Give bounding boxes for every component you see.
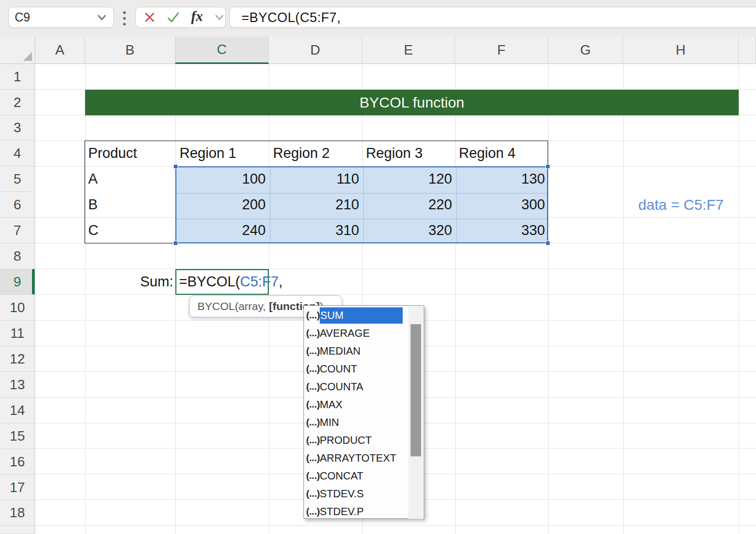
- row-header-6[interactable]: 6: [0, 192, 35, 218]
- cell-c6[interactable]: 200: [176, 192, 266, 218]
- cell-b5-product[interactable]: A: [88, 166, 172, 192]
- cell-c9-formula-text[interactable]: =BYCOL(C5:F7,: [179, 269, 282, 295]
- row-header-16[interactable]: 16: [0, 449, 35, 475]
- cell-f4-region4-header[interactable]: Region 4: [459, 141, 545, 166]
- formula-suffix: ,: [279, 274, 283, 290]
- column-header-partial[interactable]: [739, 37, 756, 64]
- autocomplete-item-sum[interactable]: (...) SUM: [304, 306, 424, 324]
- row-header-2[interactable]: 2: [0, 90, 35, 115]
- row-header-3[interactable]: 3: [0, 115, 35, 141]
- cell-f7[interactable]: 330: [456, 218, 545, 243]
- cell-e4-region3-header[interactable]: Region 3: [366, 141, 453, 166]
- cell-b9-sum-label[interactable]: Sum:: [79, 269, 173, 295]
- autocomplete-item-median[interactable]: (...) MEDIAN: [304, 342, 424, 360]
- autocomplete-item-label: AVERAGE: [320, 327, 370, 339]
- enter-check-icon[interactable]: [167, 12, 180, 23]
- column-header-f[interactable]: F: [455, 37, 548, 64]
- column-header-h[interactable]: H: [623, 37, 739, 64]
- cell-h6-data-note[interactable]: data = C5:F7: [623, 192, 739, 218]
- title-banner-cell[interactable]: BYCOL function: [85, 90, 739, 115]
- gridline-vertical: [739, 64, 739, 534]
- row-header-17[interactable]: 17: [0, 475, 35, 500]
- autocomplete-item-label: COUNTA: [320, 381, 363, 393]
- insert-function-icon[interactable]: fx: [191, 9, 203, 24]
- column-header-c[interactable]: C: [175, 37, 269, 64]
- cell-e6[interactable]: 220: [363, 192, 452, 218]
- autocomplete-item-label: STDEV.S: [320, 488, 364, 500]
- name-box[interactable]: C9: [8, 7, 114, 28]
- cell-b6-product[interactable]: B: [88, 192, 172, 218]
- row-header-18[interactable]: 18: [0, 500, 35, 526]
- range-handle-top-right[interactable]: [545, 164, 550, 169]
- tooltip-prefix: BYCOL(array,: [197, 300, 269, 313]
- autocomplete-item-stdev-s[interactable]: (...) STDEV.S: [304, 485, 424, 503]
- column-header-a[interactable]: A: [35, 37, 85, 64]
- range-handle-bottom-left[interactable]: [173, 241, 178, 245]
- cell-d7[interactable]: 310: [270, 218, 359, 243]
- row-header-1[interactable]: 1: [0, 64, 35, 90]
- cell-b7-product[interactable]: C: [88, 218, 172, 243]
- cell-b4-product-header[interactable]: Product: [88, 141, 172, 166]
- chevron-down-icon[interactable]: [215, 14, 224, 21]
- chevron-down-icon[interactable]: [97, 14, 107, 21]
- function-icon: (...): [306, 506, 320, 517]
- row-header-15[interactable]: 15: [0, 423, 35, 449]
- gridline-vertical: [623, 64, 624, 534]
- formula-toolbar: fx: [135, 7, 226, 28]
- function-icon: (...): [306, 434, 320, 446]
- function-autocomplete-dropdown: (...) SUM (...) AVERAGE (...) MEDIAN (..…: [303, 305, 424, 519]
- column-header-d[interactable]: D: [269, 37, 362, 64]
- autocomplete-item-label: ARRAYTOTEXT: [320, 452, 396, 464]
- autocomplete-item-count[interactable]: (...) COUNT: [304, 360, 424, 378]
- row-header-8[interactable]: 8: [0, 243, 35, 269]
- formula-range-reference: C5:F7: [240, 274, 279, 290]
- column-header-e[interactable]: E: [362, 37, 455, 64]
- cell-c7[interactable]: 240: [176, 218, 266, 243]
- autocomplete-item-average[interactable]: (...) AVERAGE: [304, 324, 424, 342]
- row-header-13[interactable]: 13: [0, 372, 35, 398]
- autocomplete-item-label: COUNT: [320, 363, 357, 375]
- autocomplete-item-arraytotext[interactable]: (...) ARRAYTOTEXT: [304, 449, 424, 467]
- gridline-vertical: [175, 64, 176, 534]
- formula-input[interactable]: =BYCOL(C5:F7,: [229, 7, 756, 28]
- autocomplete-item-stdev-p[interactable]: (...) STDEV.P: [304, 503, 424, 520]
- name-box-value: C9: [15, 10, 30, 25]
- dropdown-scrollbar-track[interactable]: [408, 306, 423, 519]
- autocomplete-item-product[interactable]: (...) PRODUCT: [304, 431, 424, 449]
- cell-c4-region1-header[interactable]: Region 1: [180, 141, 266, 166]
- cell-f6[interactable]: 300: [456, 192, 545, 218]
- cell-d5[interactable]: 110: [270, 166, 359, 192]
- autocomplete-item-counta[interactable]: (...) COUNTA: [304, 378, 424, 396]
- cancel-icon[interactable]: [144, 12, 155, 23]
- row-header-14[interactable]: 14: [0, 398, 35, 423]
- function-icon: (...): [306, 345, 320, 357]
- autocomplete-item-concat[interactable]: (...) CONCAT: [304, 467, 424, 485]
- autocomplete-item-min[interactable]: (...) MIN: [304, 413, 424, 431]
- cell-c5[interactable]: 100: [176, 166, 266, 192]
- more-options-icon[interactable]: [120, 9, 129, 27]
- row-header-partial[interactable]: [0, 526, 35, 534]
- gridline-vertical: [85, 64, 86, 534]
- row-header-10[interactable]: 10: [0, 295, 35, 321]
- range-handle-bottom-right[interactable]: [545, 241, 550, 245]
- autocomplete-item-label: MAX: [320, 399, 342, 411]
- row-header-11[interactable]: 11: [0, 321, 35, 346]
- row-header-4[interactable]: 4: [0, 141, 35, 166]
- select-all-corner[interactable]: [0, 37, 35, 64]
- function-icon: (...): [306, 327, 320, 339]
- column-header-g[interactable]: G: [548, 37, 623, 64]
- cell-e5[interactable]: 120: [363, 166, 452, 192]
- autocomplete-item-max[interactable]: (...) MAX: [304, 396, 424, 413]
- column-header-b[interactable]: B: [85, 37, 175, 64]
- dropdown-scrollbar-thumb[interactable]: [411, 324, 421, 456]
- cell-d6[interactable]: 210: [270, 192, 359, 218]
- range-handle-top-left[interactable]: [173, 164, 178, 169]
- autocomplete-item-label: MIN: [320, 416, 339, 429]
- row-header-5[interactable]: 5: [0, 166, 35, 192]
- cell-e7[interactable]: 320: [363, 218, 452, 243]
- cell-f5[interactable]: 130: [456, 166, 545, 192]
- cell-d4-region2-header[interactable]: Region 2: [273, 141, 360, 166]
- row-header-9[interactable]: 9: [0, 269, 35, 295]
- row-header-12[interactable]: 12: [0, 346, 35, 372]
- row-header-7[interactable]: 7: [0, 218, 35, 243]
